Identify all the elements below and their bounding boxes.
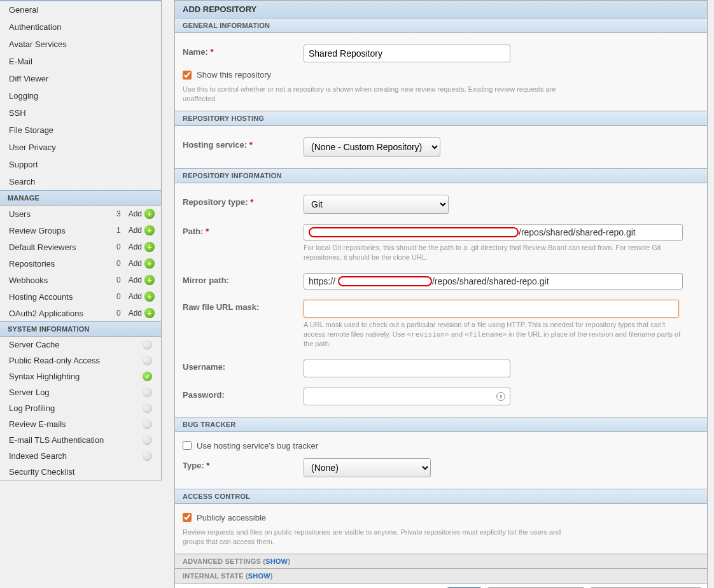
add-link[interactable]: Add + (129, 209, 155, 219)
password-input[interactable] (304, 388, 510, 405)
status-off-icon (143, 340, 152, 349)
sidebar-item-general[interactable]: General (0, 1, 161, 18)
section-bug-tracker: BUG TRACKER (174, 417, 708, 432)
status-off-icon (143, 388, 152, 397)
manage-item-review-groups[interactable]: Review Groups1Add + (0, 222, 161, 239)
manage-item-hosting-accounts[interactable]: Hosting Accounts0Add + (0, 288, 161, 305)
hosting-service-label: Hosting service: (183, 140, 247, 150)
sysinfo-item-public-read-only-access[interactable]: Public Read-only Access (0, 353, 161, 368)
status-off-icon (143, 403, 152, 413)
repo-type-select[interactable]: Git (304, 195, 449, 214)
use-hosting-bug-label: Use hosting service's bug tracker (197, 441, 318, 451)
section-repo-info: REPOSITORY INFORMATION (174, 169, 708, 183)
raw-url-input[interactable] (304, 300, 679, 318)
sidebar-item-user-privacy[interactable]: User Privacy (0, 139, 161, 156)
show-repo-help: Use this to control whether or not a rep… (183, 85, 564, 104)
add-link[interactable]: Add + (129, 258, 155, 269)
plus-icon: + (144, 225, 155, 235)
add-link[interactable]: Add + (129, 275, 155, 285)
status-off-icon (143, 435, 152, 445)
mirror-path-input[interactable]: https:// /repos/shared/shared-repo.git (304, 273, 683, 290)
page-title: ADD REPOSITORY (174, 0, 708, 18)
manage-item-oauth2-applications[interactable]: OAuth2 Applications0Add + (0, 305, 161, 321)
section-repo-hosting: REPOSITORY HOSTING (174, 111, 708, 126)
key-icon (496, 392, 505, 401)
sidebar-item-authentication[interactable]: Authentication (0, 18, 161, 36)
sysinfo-item-server-log[interactable]: Server Log (0, 384, 161, 400)
name-label: Name: (183, 47, 208, 57)
sysinfo-item-review-e-mails[interactable]: Review E-mails (0, 416, 161, 432)
public-label: Publicly accessible (197, 513, 266, 522)
raw-url-help: A URL mask used to check out a particula… (304, 320, 685, 349)
status-off-icon (143, 451, 152, 461)
path-input[interactable]: /repos/shared/shared-repo.git (304, 224, 683, 241)
manage-item-default-reviewers[interactable]: Default Reviewers0Add + (0, 239, 161, 255)
sysinfo-item-e-mail-tls-authentication[interactable]: E-mail TLS Authentication (0, 432, 161, 448)
plus-icon: + (144, 308, 155, 318)
sidebar-item-support[interactable]: Support (0, 156, 161, 173)
sidebar-item-e-mail[interactable]: E-Mail (0, 53, 161, 70)
manage-item-users[interactable]: Users3Add + (0, 206, 161, 222)
bug-type-label: Type: (183, 461, 204, 470)
plus-icon: + (144, 209, 155, 219)
add-link[interactable]: Add + (129, 242, 155, 252)
raw-url-label: Raw file URL mask: (183, 300, 304, 312)
add-link[interactable]: Add + (129, 308, 155, 318)
add-link[interactable]: Add + (129, 291, 155, 302)
section-internal[interactable]: INTERNAL STATE (SHOW) (174, 569, 708, 584)
plus-icon: + (144, 291, 155, 302)
section-general-info: GENERAL INFORMATION (174, 18, 708, 33)
sidebar-item-avatar-services[interactable]: Avatar Services (0, 36, 161, 53)
sysinfo-item-syntax-highlighting[interactable]: Syntax Highlighting (0, 368, 161, 384)
sidebar-item-file-storage[interactable]: File Storage (0, 122, 161, 139)
plus-icon: + (144, 258, 155, 269)
name-input[interactable] (304, 45, 510, 62)
plus-icon: + (144, 275, 155, 285)
sidebar-item-logging[interactable]: Logging (0, 87, 161, 104)
section-advanced[interactable]: ADVANCED SETTINGS (SHOW) (174, 554, 708, 569)
sysinfo-item-security-checklist[interactable]: Security Checklist (0, 464, 161, 480)
hosting-service-select[interactable]: (None - Custom Repository) (304, 137, 440, 157)
show-repo-label: Show this repository (197, 70, 271, 80)
manage-header: MANAGE (0, 190, 161, 206)
public-help: Review requests and files on public repo… (183, 528, 564, 547)
status-off-icon (143, 419, 152, 429)
bug-type-select[interactable]: (None) (304, 458, 431, 477)
username-input[interactable] (304, 360, 510, 377)
mirror-path-label: Mirror path: (183, 273, 304, 285)
username-label: Username: (183, 360, 304, 372)
status-on-icon (143, 372, 152, 381)
path-label: Path: (183, 227, 204, 236)
manage-item-webhooks[interactable]: Webhooks0Add + (0, 272, 161, 288)
password-label: Password: (183, 388, 304, 400)
repo-type-label: Repository type: (183, 197, 248, 207)
add-link[interactable]: Add + (129, 225, 155, 235)
section-access-control: ACCESS CONTROL (174, 489, 708, 504)
manage-item-repositories[interactable]: Repositories0Add + (0, 255, 161, 272)
show-repo-checkbox[interactable] (183, 71, 192, 80)
sysinfo-item-server-cache[interactable]: Server Cache (0, 337, 161, 353)
sidebar-item-diff-viewer[interactable]: Diff Viewer (0, 70, 161, 87)
use-hosting-bug-checkbox[interactable] (183, 441, 192, 450)
sysinfo-item-indexed-search[interactable]: Indexed Search (0, 448, 161, 464)
status-off-icon (143, 356, 152, 365)
plus-icon: + (144, 242, 155, 252)
sysinfo-item-log-profiling[interactable]: Log Profiling (0, 400, 161, 416)
path-help: For local Git repositories, this should … (304, 243, 685, 263)
sysinfo-header: SYSTEM INFORMATION (0, 321, 161, 337)
sidebar-item-search[interactable]: Search (0, 173, 161, 190)
sidebar-item-ssh[interactable]: SSH (0, 104, 161, 122)
public-checkbox[interactable] (183, 513, 192, 522)
